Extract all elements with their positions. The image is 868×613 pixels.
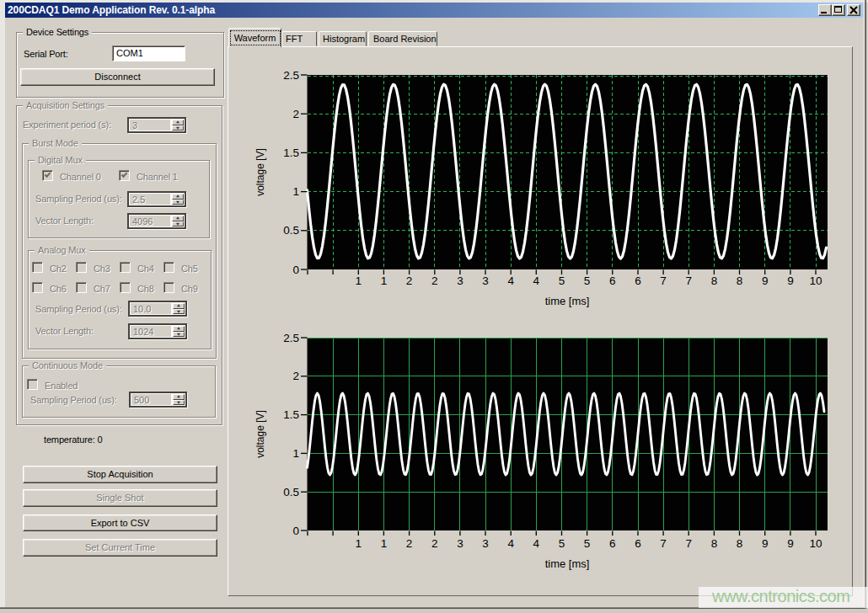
svg-text:3: 3 [457, 537, 463, 550]
svg-text:8: 8 [711, 537, 718, 550]
svg-text:voltage [V]: voltage [V] [255, 410, 266, 458]
svg-text:1: 1 [356, 537, 362, 550]
svg-text:time [ms]: time [ms] [545, 295, 590, 307]
svg-text:10: 10 [809, 275, 822, 287]
svg-text:9: 9 [787, 275, 794, 287]
svg-text:0: 0 [292, 264, 299, 276]
svg-text:9: 9 [762, 537, 769, 550]
svg-text:8: 8 [711, 275, 718, 287]
svg-text:9: 9 [787, 537, 794, 550]
svg-text:6: 6 [609, 537, 616, 550]
svg-text:voltage [V]: voltage [V] [255, 148, 266, 196]
svg-text:4: 4 [507, 275, 514, 287]
svg-text:0.5: 0.5 [283, 224, 299, 237]
svg-text:2.5: 2.5 [283, 332, 299, 344]
svg-text:3: 3 [482, 537, 489, 550]
svg-text:5: 5 [584, 275, 591, 287]
svg-text:7: 7 [660, 275, 667, 287]
svg-text:6: 6 [635, 275, 641, 287]
svg-text:7: 7 [660, 537, 667, 550]
svg-text:5: 5 [559, 275, 565, 287]
svg-text:1: 1 [381, 275, 388, 287]
svg-text:0: 0 [292, 525, 299, 537]
svg-text:8: 8 [737, 537, 743, 550]
svg-text:1.5: 1.5 [283, 147, 299, 159]
svg-text:2: 2 [406, 537, 413, 550]
svg-text:6: 6 [609, 275, 616, 287]
svg-text:10: 10 [809, 537, 822, 550]
svg-text:8: 8 [737, 275, 743, 287]
svg-text:6: 6 [635, 537, 641, 550]
svg-text:7: 7 [685, 537, 692, 550]
svg-text:1: 1 [292, 447, 299, 460]
svg-text:9: 9 [762, 275, 769, 287]
svg-text:time [ms]: time [ms] [545, 557, 590, 570]
svg-text:4: 4 [533, 275, 540, 287]
svg-text:1: 1 [292, 185, 299, 198]
svg-text:4: 4 [507, 537, 514, 550]
svg-text:1.5: 1.5 [283, 408, 299, 421]
svg-text:0.5: 0.5 [283, 486, 299, 498]
svg-text:2: 2 [406, 275, 413, 287]
svg-text:1: 1 [381, 537, 388, 550]
svg-text:5: 5 [584, 537, 591, 550]
svg-text:2: 2 [431, 537, 438, 550]
svg-text:2: 2 [292, 370, 299, 382]
svg-text:4: 4 [533, 537, 540, 550]
svg-text:5: 5 [559, 537, 565, 550]
svg-text:1: 1 [356, 275, 362, 287]
svg-text:3: 3 [457, 275, 463, 287]
svg-text:2: 2 [431, 275, 438, 287]
svg-text:2.5: 2.5 [283, 69, 299, 82]
svg-text:7: 7 [685, 275, 692, 287]
svg-text:2: 2 [292, 108, 299, 120]
svg-text:3: 3 [482, 275, 489, 287]
